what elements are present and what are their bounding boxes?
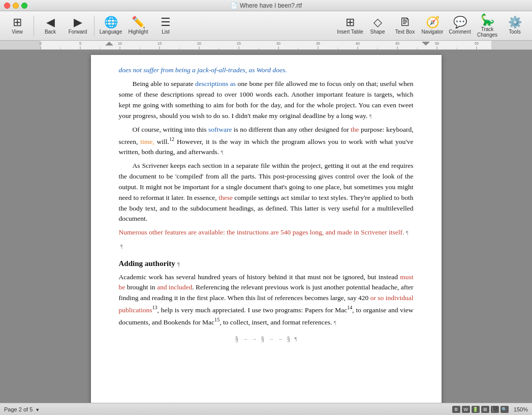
toolbar: ⊞ View ◀ Back ▶ Forward 🌐 Language ✏️ Hi… [0,11,532,41]
statusbar-page-info: Page 2 of 5 ▼ [4,406,452,412]
scroll-area[interactable]: does not suffer from being a jack-of-all… [0,50,532,404]
para-mark-3: ¶ [406,229,409,235]
ruler: 0 5 10 15 20 25 30 35 40 [0,41,532,50]
statusbar: Page 2 of 5 ▼ B W 🔋 ⊞ 🏴 🔍 150% [0,403,532,415]
section-breaks-row: § → → § → → § ¶ [119,334,414,345]
svg-text:25: 25 [237,42,241,46]
para-mark-2: ¶ [221,149,223,155]
toolbar-sep-1 [34,16,34,36]
section-mark-2: § [261,334,265,345]
comment-icon: 💬 [453,17,467,28]
para-mark-heading: ¶ [177,261,180,267]
navigator-button[interactable]: 🧭 Navigator [419,13,446,39]
status-icons: B W 🔋 ⊞ 🏴 🔍 [452,406,509,413]
view-icon: ⊞ [13,17,22,28]
svg-text:40: 40 [356,42,360,46]
navigator-icon: 🧭 [426,17,440,28]
text-orso-red: or so individual publications [119,294,414,313]
para-mark-1: ¶ [369,113,372,119]
link-descriptions[interactable]: descriptions as [195,80,236,87]
wifi-icon: W [462,406,470,413]
tools-button[interactable]: ⚙️ Tools [502,13,528,39]
zoom-level: 150% [514,406,528,412]
section-mark-1: § [235,334,239,345]
shape-button[interactable]: ◇ Shape [364,13,391,39]
toolbar-right-group: ⊞ Insert Table ◇ Shape 🖹 Text Box 🧭 Navi… [337,13,528,39]
toolbar-sep-2 [94,16,95,36]
italic-link-text: does not suffer from being a jack-of-all… [119,66,287,74]
para-mark-5: ¶ [334,319,336,325]
maximize-button[interactable] [21,3,27,9]
text-time-orange: time, [140,137,154,145]
arrow-1: → [243,335,248,343]
svg-text:35: 35 [316,42,320,46]
text-the-red: the [351,126,359,133]
para-mark-4: ¶ [120,243,123,249]
section-heading-authority: Adding authority ¶ [119,258,414,270]
svg-text:15: 15 [158,42,162,46]
titlebar: 📄 Where have I been?.rtf [0,0,532,11]
statusbar-triangle: ▼ [35,407,40,412]
para-red-features: Numerous other features are available: t… [119,227,414,238]
window-controls[interactable] [4,3,27,9]
partial-first-line: does not suffer from being a jack-of-all… [119,65,414,76]
forward-button[interactable]: ▶ Forward [65,13,91,39]
toolbar-nav-group: ◀ Back ▶ Forward [37,13,91,39]
para-spacer: ¶ [119,241,414,252]
para-descriptions: Being able to separate descriptions as o… [119,79,414,122]
link-software[interactable]: software [208,126,232,133]
comment-button[interactable]: 💬 Comment [447,13,473,39]
track-changes-button[interactable]: 🦕 Track Changes [474,13,500,39]
window-title: 📄 Where have I been?.rtf [230,2,302,9]
document-icon: 📄 [230,2,238,9]
tools-icon: ⚙️ [508,17,522,28]
footnote-ref-12: 12 [169,136,174,142]
arrow-2: → [252,335,257,343]
search-status-icon: 🔍 [500,406,509,413]
para-mark-section: ¶ [295,335,297,343]
svg-text:5: 5 [79,42,81,46]
svg-rect-0 [0,41,41,49]
text-box-button[interactable]: 🖹 Text Box [392,13,418,39]
view-button[interactable]: ⊞ View [4,13,30,39]
svg-text:0: 0 [40,42,42,46]
svg-text:30: 30 [276,42,280,46]
grid-icon: ⊞ [481,406,489,413]
battery-icon: 🔋 [472,406,480,413]
para-academic: Academic work has several hundred years … [119,272,414,328]
statusbar-right: B W 🔋 ⊞ 🏴 🔍 150% [452,406,528,413]
text-with-italic: with [365,137,377,145]
insert-table-icon: ⊞ [346,17,355,28]
highlight-icon: ✏️ [132,17,145,28]
highlight-button[interactable]: ✏️ Highlight [125,13,151,39]
para-software: Of course, writing into this software is… [119,125,414,158]
section-mark-3: § [287,334,291,345]
list-button[interactable]: ☰ List [152,13,179,39]
back-button[interactable]: ◀ Back [37,13,64,39]
para-scrivener: As Scrivener keeps each section in a sep… [119,161,414,225]
language-icon: 🌐 [104,17,118,28]
arrow-4: → [278,335,283,343]
document-page: does not suffer from being a jack-of-all… [91,55,442,404]
text-box-icon: 🖹 [399,17,411,28]
arrow-3: → [269,335,274,343]
minimize-button[interactable] [13,3,19,9]
svg-text:10: 10 [118,42,122,46]
forward-icon: ▶ [74,17,82,28]
insert-table-button[interactable]: ⊞ Insert Table [337,13,363,39]
ruler-svg: 0 5 10 15 20 25 30 35 40 [0,41,532,49]
text-these-red: these [218,194,233,201]
footnote-ref-13: 13 [152,305,158,310]
footnote-ref-14: 14 [347,305,352,310]
svg-rect-1 [491,41,532,49]
close-button[interactable] [4,3,10,9]
svg-text:50: 50 [435,42,439,46]
flag-icon: 🏴 [491,406,499,413]
track-changes-icon: 🦕 [481,14,494,25]
main-area: does not suffer from being a jack-of-all… [0,50,532,404]
language-button[interactable]: 🌐 Language [98,13,124,39]
svg-text:55: 55 [475,42,479,46]
footnote-ref-15: 15 [214,317,220,322]
shape-icon: ◇ [373,17,382,28]
svg-text:45: 45 [395,42,399,46]
